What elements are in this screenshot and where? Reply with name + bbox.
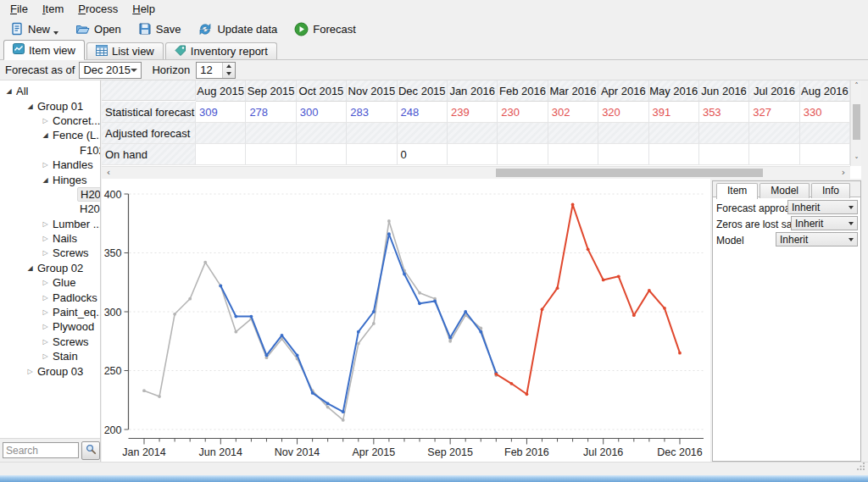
tree-item[interactable]: H2010	[0, 187, 100, 202]
forecast-cell[interactable]	[598, 144, 648, 165]
forecast-cell[interactable]	[598, 123, 648, 144]
resize-grip[interactable]	[856, 461, 865, 474]
forecast-cell[interactable]	[196, 144, 246, 165]
tree-item-label[interactable]: Nails	[50, 232, 80, 245]
forecast-cell[interactable]	[398, 123, 448, 144]
horizontal-scroll-thumb[interactable]	[496, 169, 763, 177]
tree-item[interactable]: ▷Lumber ...	[0, 217, 100, 231]
forecast-cell[interactable]: 230	[498, 102, 548, 123]
scroll-left-icon[interactable]: ‹	[103, 167, 114, 179]
forecast-cell[interactable]: 309	[196, 102, 246, 123]
new-button[interactable]: New	[5, 20, 64, 37]
tab-model[interactable]: Model	[760, 183, 810, 198]
expanded-arrow-icon[interactable]: ◢	[25, 264, 35, 272]
forecast-cell[interactable]	[498, 123, 548, 144]
search-button[interactable]	[81, 441, 100, 460]
forecast-cell[interactable]	[699, 144, 749, 165]
tree-item-label[interactable]: Screws	[50, 335, 92, 348]
forecast-cell[interactable]	[246, 123, 296, 144]
tree-item-label[interactable]: Group 01	[35, 100, 86, 113]
tree-item-label[interactable]: F102...	[77, 144, 100, 157]
tree-item[interactable]: ◢Fence (L...	[0, 128, 100, 142]
open-button[interactable]: Open	[70, 20, 126, 37]
forecast-cell[interactable]	[347, 123, 397, 144]
collapsed-arrow-icon[interactable]: ▷	[41, 338, 50, 346]
model-select[interactable]: Inherit	[776, 232, 858, 247]
tree-item[interactable]: ▷Handles	[0, 158, 100, 172]
forecast-cell[interactable]: 302	[548, 102, 598, 123]
forecast-cell[interactable]	[498, 144, 548, 165]
search-input[interactable]	[3, 442, 79, 458]
tree-item[interactable]: ▷Nails	[0, 231, 100, 246]
tab-list-view[interactable]: List view	[86, 42, 164, 59]
forecast-cell[interactable]	[297, 123, 347, 144]
forecast-approach-select[interactable]: Inherit	[787, 200, 858, 214]
collapsed-arrow-icon[interactable]: ▷	[41, 249, 50, 257]
forecast-cell[interactable]	[649, 144, 699, 165]
forecast-cell[interactable]	[800, 144, 850, 165]
forecast-cell[interactable]	[800, 123, 850, 144]
forecast-cell[interactable]	[749, 144, 799, 165]
forecast-cell[interactable]	[196, 123, 246, 144]
forecast-cell[interactable]: 278	[246, 102, 296, 123]
collapsed-arrow-icon[interactable]: ▷	[41, 161, 50, 169]
tree-item[interactable]: ▷Screws	[0, 335, 100, 349]
new-dropdown-caret-icon[interactable]	[53, 31, 58, 35]
forecast-cell[interactable]	[749, 123, 799, 144]
table-horizontal-scrollbar[interactable]: ‹ ›	[102, 166, 850, 179]
tree-item[interactable]: ▷Glue	[0, 275, 100, 290]
collapsed-arrow-icon[interactable]: ▷	[41, 352, 50, 360]
forecast-cell[interactable]: 391	[649, 102, 699, 123]
tree-item[interactable]: ▷Concret...	[0, 114, 100, 128]
menu-help[interactable]: Help	[127, 2, 160, 16]
forecast-cell[interactable]	[448, 123, 498, 144]
tree-item-label[interactable]: Glue	[50, 276, 78, 289]
tree-item[interactable]: ▷Screws	[0, 246, 100, 260]
forecast-cell[interactable]: 327	[749, 102, 799, 123]
expanded-arrow-icon[interactable]: ◢	[41, 176, 50, 184]
tree-item[interactable]: F102...	[0, 143, 100, 158]
tree-item-label[interactable]: Fence (L...	[50, 129, 100, 141]
forecast-cell[interactable]	[246, 144, 296, 165]
collapsed-arrow-icon[interactable]: ▷	[41, 279, 50, 286]
menu-process[interactable]: Process	[73, 2, 123, 16]
tree-item-label[interactable]: Concret...	[50, 114, 100, 127]
tree-item[interactable]: ▷Stain	[0, 349, 100, 363]
expanded-arrow-icon[interactable]: ◢	[25, 102, 35, 110]
tree-item[interactable]: ▷Paint_eq...	[0, 305, 100, 319]
horizon-stepper[interactable]: 12	[196, 62, 236, 79]
tree-item[interactable]: ◢Hinges	[0, 172, 100, 186]
tree-item-label[interactable]: Paint_eq...	[50, 306, 100, 319]
update-data-button[interactable]: Update data	[192, 20, 282, 38]
collapsed-arrow-icon[interactable]: ▷	[25, 368, 35, 375]
expanded-arrow-icon[interactable]: ◢	[4, 87, 14, 95]
tree-item-label[interactable]: Lumber ...	[50, 218, 100, 230]
tree-item-label[interactable]: H2010	[77, 187, 100, 202]
zeros-lost-sales-select[interactable]: Inherit	[791, 216, 858, 230]
forecast-cell[interactable]: 248	[398, 102, 448, 123]
forecast-cell[interactable]: 300	[297, 102, 347, 123]
forecast-cell[interactable]: 239	[448, 102, 498, 123]
tab-inventory-report[interactable]: Inventory report	[165, 42, 277, 59]
forecast-cell[interactable]	[347, 144, 397, 165]
tree-item-label[interactable]: Padlocks	[50, 291, 100, 304]
tree-item-label[interactable]: All	[14, 85, 31, 97]
forecast-cell[interactable]	[548, 123, 598, 144]
vertical-scroll-thumb[interactable]	[853, 104, 860, 140]
spin-down-icon[interactable]	[223, 70, 235, 78]
collapsed-arrow-icon[interactable]: ▷	[41, 235, 50, 242]
menu-item[interactable]: Item	[37, 2, 69, 16]
forecast-cell[interactable]	[649, 123, 699, 144]
forecast-cell[interactable]: 320	[598, 102, 648, 123]
tree-item-label[interactable]: Group 03	[35, 365, 86, 378]
forecast-cell[interactable]	[297, 144, 347, 165]
tree-item-label[interactable]: Group 02	[35, 262, 86, 274]
tree-item-label[interactable]: Screws	[50, 247, 92, 259]
tree-item[interactable]: ◢Group 01	[0, 98, 100, 113]
tree-item[interactable]: ▷Padlocks	[0, 290, 100, 304]
collapsed-arrow-icon[interactable]: ▷	[41, 323, 50, 330]
tree-item-label[interactable]: Hinges	[50, 174, 89, 186]
forecast-as-of-select[interactable]: Dec 2015	[79, 62, 142, 79]
forecast-button[interactable]: Forecast	[289, 20, 361, 38]
forecast-cell[interactable]	[448, 144, 498, 165]
